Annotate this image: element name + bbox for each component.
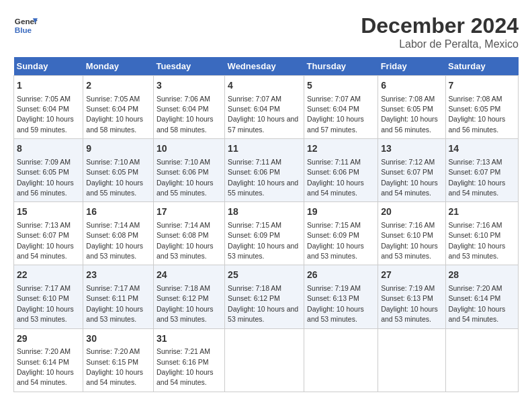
day-info: Sunrise: 7:14 AMSunset: 6:08 PMDaylight:… bbox=[157, 221, 214, 260]
day-number: 2 bbox=[86, 79, 150, 93]
subtitle: Labor de Peralta, Mexico bbox=[361, 38, 519, 50]
day-number: 27 bbox=[381, 269, 442, 282]
day-info: Sunrise: 7:16 AMSunset: 6:10 PMDaylight:… bbox=[449, 221, 506, 260]
day-number: 15 bbox=[17, 205, 80, 219]
calendar-cell bbox=[304, 328, 378, 392]
day-number: 12 bbox=[307, 142, 375, 156]
calendar-cell: 26Sunrise: 7:19 AMSunset: 6:13 PMDayligh… bbox=[304, 265, 378, 328]
header-saturday: Saturday bbox=[445, 57, 518, 76]
calendar-week-1: 1Sunrise: 7:05 AMSunset: 6:04 PMDaylight… bbox=[14, 76, 519, 139]
logo-icon: General Blue bbox=[13, 13, 38, 38]
day-info: Sunrise: 7:12 AMSunset: 6:07 PMDaylight:… bbox=[381, 158, 438, 197]
day-info: Sunrise: 7:19 AMSunset: 6:13 PMDaylight:… bbox=[307, 284, 364, 323]
calendar-cell: 29Sunrise: 7:20 AMSunset: 6:14 PMDayligh… bbox=[14, 328, 83, 392]
day-info: Sunrise: 7:20 AMSunset: 6:14 PMDaylight:… bbox=[17, 347, 74, 386]
calendar-header-row: SundayMondayTuesdayWednesdayThursdayFrid… bbox=[14, 57, 519, 76]
day-info: Sunrise: 7:15 AMSunset: 6:09 PMDaylight:… bbox=[307, 221, 364, 260]
day-number: 28 bbox=[449, 269, 515, 282]
day-number: 14 bbox=[449, 142, 515, 156]
day-info: Sunrise: 7:07 AMSunset: 6:04 PMDaylight:… bbox=[228, 95, 298, 134]
calendar-cell: 5Sunrise: 7:07 AMSunset: 6:04 PMDaylight… bbox=[304, 76, 378, 139]
day-number: 22 bbox=[17, 269, 80, 282]
header-thursday: Thursday bbox=[304, 57, 378, 76]
calendar-cell: 12Sunrise: 7:11 AMSunset: 6:06 PMDayligh… bbox=[304, 139, 378, 202]
day-info: Sunrise: 7:16 AMSunset: 6:10 PMDaylight:… bbox=[381, 221, 438, 260]
calendar-week-5: 29Sunrise: 7:20 AMSunset: 6:14 PMDayligh… bbox=[14, 328, 519, 392]
day-info: Sunrise: 7:10 AMSunset: 6:05 PMDaylight:… bbox=[86, 158, 143, 197]
calendar-cell: 25Sunrise: 7:18 AMSunset: 6:12 PMDayligh… bbox=[225, 265, 304, 328]
day-number: 24 bbox=[157, 269, 222, 282]
calendar-cell: 17Sunrise: 7:14 AMSunset: 6:08 PMDayligh… bbox=[153, 202, 224, 265]
calendar-cell: 14Sunrise: 7:13 AMSunset: 6:07 PMDayligh… bbox=[445, 139, 518, 202]
day-number: 5 bbox=[307, 79, 375, 93]
calendar-cell: 4Sunrise: 7:07 AMSunset: 6:04 PMDaylight… bbox=[225, 76, 304, 139]
day-info: Sunrise: 7:13 AMSunset: 6:07 PMDaylight:… bbox=[449, 158, 506, 197]
day-info: Sunrise: 7:06 AMSunset: 6:04 PMDaylight:… bbox=[157, 95, 214, 134]
calendar-cell: 1Sunrise: 7:05 AMSunset: 6:04 PMDaylight… bbox=[14, 76, 83, 139]
day-info: Sunrise: 7:15 AMSunset: 6:09 PMDaylight:… bbox=[228, 221, 298, 260]
calendar-cell: 24Sunrise: 7:18 AMSunset: 6:12 PMDayligh… bbox=[153, 265, 224, 328]
calendar-cell: 10Sunrise: 7:10 AMSunset: 6:06 PMDayligh… bbox=[153, 139, 224, 202]
calendar-cell: 13Sunrise: 7:12 AMSunset: 6:07 PMDayligh… bbox=[378, 139, 445, 202]
day-number: 17 bbox=[157, 205, 222, 219]
header-monday: Monday bbox=[83, 57, 154, 76]
header-tuesday: Tuesday bbox=[153, 57, 224, 76]
calendar-cell: 27Sunrise: 7:19 AMSunset: 6:13 PMDayligh… bbox=[378, 265, 445, 328]
day-number: 8 bbox=[17, 142, 80, 156]
day-info: Sunrise: 7:07 AMSunset: 6:04 PMDaylight:… bbox=[307, 95, 364, 134]
day-number: 9 bbox=[86, 142, 150, 156]
day-number: 19 bbox=[307, 205, 375, 219]
day-info: Sunrise: 7:18 AMSunset: 6:12 PMDaylight:… bbox=[228, 284, 298, 323]
calendar-cell: 8Sunrise: 7:09 AMSunset: 6:05 PMDaylight… bbox=[14, 139, 83, 202]
day-number: 26 bbox=[307, 269, 375, 282]
day-info: Sunrise: 7:21 AMSunset: 6:16 PMDaylight:… bbox=[157, 347, 214, 386]
day-number: 31 bbox=[157, 332, 222, 346]
day-info: Sunrise: 7:14 AMSunset: 6:08 PMDaylight:… bbox=[86, 221, 143, 260]
day-number: 11 bbox=[228, 142, 301, 156]
day-number: 20 bbox=[381, 205, 442, 219]
calendar-cell: 3Sunrise: 7:06 AMSunset: 6:04 PMDaylight… bbox=[153, 76, 224, 139]
day-info: Sunrise: 7:08 AMSunset: 6:05 PMDaylight:… bbox=[381, 95, 438, 134]
day-number: 4 bbox=[228, 79, 301, 93]
day-info: Sunrise: 7:20 AMSunset: 6:14 PMDaylight:… bbox=[449, 284, 506, 323]
day-info: Sunrise: 7:17 AMSunset: 6:11 PMDaylight:… bbox=[86, 284, 143, 323]
logo: General Blue bbox=[13, 13, 38, 38]
day-info: Sunrise: 7:13 AMSunset: 6:07 PMDaylight:… bbox=[17, 221, 74, 260]
day-info: Sunrise: 7:19 AMSunset: 6:13 PMDaylight:… bbox=[381, 284, 438, 323]
day-info: Sunrise: 7:17 AMSunset: 6:10 PMDaylight:… bbox=[17, 284, 74, 323]
calendar-cell: 2Sunrise: 7:05 AMSunset: 6:04 PMDaylight… bbox=[83, 76, 154, 139]
day-number: 16 bbox=[86, 205, 150, 219]
calendar-week-4: 22Sunrise: 7:17 AMSunset: 6:10 PMDayligh… bbox=[14, 265, 519, 328]
day-info: Sunrise: 7:09 AMSunset: 6:05 PMDaylight:… bbox=[17, 158, 74, 197]
calendar-cell: 28Sunrise: 7:20 AMSunset: 6:14 PMDayligh… bbox=[445, 265, 518, 328]
calendar-cell: 22Sunrise: 7:17 AMSunset: 6:10 PMDayligh… bbox=[14, 265, 83, 328]
calendar-cell bbox=[225, 328, 304, 392]
day-info: Sunrise: 7:11 AMSunset: 6:06 PMDaylight:… bbox=[307, 158, 364, 197]
day-info: Sunrise: 7:18 AMSunset: 6:12 PMDaylight:… bbox=[157, 284, 214, 323]
main-title: December 2024 bbox=[361, 13, 519, 38]
day-number: 13 bbox=[381, 142, 442, 156]
day-info: Sunrise: 7:05 AMSunset: 6:04 PMDaylight:… bbox=[86, 95, 143, 134]
day-number: 29 bbox=[17, 332, 80, 346]
calendar-cell: 18Sunrise: 7:15 AMSunset: 6:09 PMDayligh… bbox=[225, 202, 304, 265]
day-number: 23 bbox=[86, 269, 150, 282]
calendar-cell: 23Sunrise: 7:17 AMSunset: 6:11 PMDayligh… bbox=[83, 265, 154, 328]
day-number: 3 bbox=[157, 79, 222, 93]
calendar-week-3: 15Sunrise: 7:13 AMSunset: 6:07 PMDayligh… bbox=[14, 202, 519, 265]
day-number: 1 bbox=[17, 79, 80, 93]
calendar-cell: 19Sunrise: 7:15 AMSunset: 6:09 PMDayligh… bbox=[304, 202, 378, 265]
calendar-cell bbox=[378, 328, 445, 392]
day-number: 25 bbox=[228, 269, 301, 282]
calendar-cell: 6Sunrise: 7:08 AMSunset: 6:05 PMDaylight… bbox=[378, 76, 445, 139]
calendar-cell: 20Sunrise: 7:16 AMSunset: 6:10 PMDayligh… bbox=[378, 202, 445, 265]
svg-text:General: General bbox=[15, 17, 38, 26]
calendar-cell: 15Sunrise: 7:13 AMSunset: 6:07 PMDayligh… bbox=[14, 202, 83, 265]
calendar-cell: 31Sunrise: 7:21 AMSunset: 6:16 PMDayligh… bbox=[153, 328, 224, 392]
day-number: 21 bbox=[449, 205, 515, 219]
day-number: 10 bbox=[157, 142, 222, 156]
day-number: 6 bbox=[381, 79, 442, 93]
calendar-cell bbox=[445, 328, 518, 392]
calendar-cell: 9Sunrise: 7:10 AMSunset: 6:05 PMDaylight… bbox=[83, 139, 154, 202]
calendar-cell: 11Sunrise: 7:11 AMSunset: 6:06 PMDayligh… bbox=[225, 139, 304, 202]
calendar-cell: 16Sunrise: 7:14 AMSunset: 6:08 PMDayligh… bbox=[83, 202, 154, 265]
